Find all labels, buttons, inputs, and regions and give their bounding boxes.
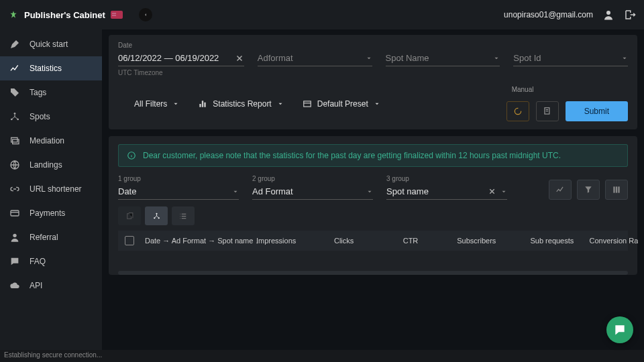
sidebar-item-label: Referral xyxy=(30,233,58,242)
sidebar-item-label: URL shortener xyxy=(30,184,82,194)
chevron-down-icon xyxy=(493,55,500,62)
chart-icon xyxy=(9,63,20,74)
chevron-down-icon xyxy=(621,55,628,62)
spotname-text: Spot Name xyxy=(386,53,429,63)
sidebar-item-mediation[interactable]: Mediation xyxy=(0,129,102,153)
th-subreq[interactable]: Sub requests xyxy=(506,237,574,245)
columns-button[interactable] xyxy=(605,180,628,200)
chevron-down-icon xyxy=(500,188,507,195)
sidebar-item-payments[interactable]: Payments xyxy=(0,201,102,225)
svg-rect-14 xyxy=(618,186,619,192)
spotname-field[interactable]: Spot Name xyxy=(386,42,500,66)
chevron-down-icon xyxy=(277,101,284,107)
preset-icon xyxy=(303,99,312,109)
sidebar-item-statistics[interactable]: Statistics xyxy=(0,56,102,80)
group3-field[interactable]: 3 group Spot name xyxy=(386,175,507,200)
sidebar-collapse-button[interactable] xyxy=(139,8,152,21)
svg-rect-10 xyxy=(545,108,549,114)
sidebar-item-label: Mediation xyxy=(30,136,64,145)
filter-columns-button[interactable] xyxy=(577,180,600,200)
th-ctr[interactable]: CTR xyxy=(364,237,418,245)
person-icon xyxy=(9,232,20,243)
list-view-button[interactable] xyxy=(172,206,195,225)
sidebar-item-label: Payments xyxy=(30,208,65,218)
notice-text: Dear customer, please note that the stat… xyxy=(143,151,561,160)
date-field[interactable]: Date 06/12/2022 — 06/19/2022 UTC Timezon… xyxy=(118,42,244,76)
tree-view-button[interactable] xyxy=(145,206,168,225)
copy-button[interactable] xyxy=(118,206,141,225)
refresh-button[interactable] xyxy=(506,101,529,121)
main: Date 06/12/2022 — 06/19/2022 UTC Timezon… xyxy=(102,29,644,350)
svg-rect-13 xyxy=(616,186,617,192)
svg-rect-9 xyxy=(303,101,311,106)
spotid-field[interactable]: Spot Id xyxy=(513,42,628,66)
brand: Publisher's Cabinet xyxy=(8,8,152,21)
sidebar-item-tags[interactable]: Tags xyxy=(0,80,102,105)
group1-label: 1 group xyxy=(118,175,239,182)
stats-report-label: Statistics Report xyxy=(213,99,271,109)
clear-group3-icon[interactable] xyxy=(487,187,496,196)
export-button[interactable] xyxy=(536,101,559,121)
group2-label: 2 group xyxy=(252,175,373,182)
date-value: 06/12/2022 — 06/19/2022 xyxy=(118,53,219,63)
chart-view-button[interactable] xyxy=(549,180,572,200)
clear-date-icon[interactable] xyxy=(235,54,244,63)
svg-point-16 xyxy=(156,213,157,214)
horizontal-scrollbar[interactable] xyxy=(118,271,628,275)
table-header: Date → Ad Format → Spot name ↓ Impressio… xyxy=(118,231,628,251)
sidebar: Quick start Statistics Tags Spots Mediat… xyxy=(0,29,102,350)
report-icon xyxy=(198,99,207,109)
group2-field[interactable]: 2 group Ad Format xyxy=(252,175,373,200)
user-email: unopiraso01@gmail.com xyxy=(504,10,593,19)
submit-button[interactable]: Submit xyxy=(566,101,628,121)
logo-icon xyxy=(8,9,19,20)
sidebar-item-quickstart[interactable]: Quick start xyxy=(0,32,102,56)
sidebar-item-referral[interactable]: Referral xyxy=(0,225,102,249)
sidebar-item-api[interactable]: API xyxy=(0,274,102,298)
chat-fab[interactable] xyxy=(606,316,633,343)
manual-label: Manual xyxy=(512,86,534,93)
default-preset-button[interactable]: Default Preset xyxy=(303,99,380,109)
logout-icon[interactable] xyxy=(624,9,636,21)
select-all-checkbox[interactable] xyxy=(125,236,134,245)
sidebar-item-faq[interactable]: FAQ xyxy=(0,249,102,274)
all-filters-button[interactable]: All Filters xyxy=(134,99,179,109)
adformat-field[interactable]: Adformat xyxy=(258,42,372,66)
default-preset-label: Default Preset xyxy=(317,99,368,109)
th-clicks[interactable]: Clicks xyxy=(307,237,354,245)
sidebar-item-urlshortener[interactable]: URL shortener xyxy=(0,177,102,201)
sidebar-item-label: Tags xyxy=(30,88,46,97)
group1-field[interactable]: 1 group Date xyxy=(118,175,239,200)
svg-rect-12 xyxy=(613,186,614,192)
th-impressions[interactable]: Impressions xyxy=(256,237,296,245)
adformat-text: Adformat xyxy=(258,53,293,63)
chevron-down-icon xyxy=(172,101,179,107)
group3-value: Spot name xyxy=(386,186,429,196)
account-icon[interactable] xyxy=(602,9,614,21)
sidebar-item-label: Landings xyxy=(30,160,62,170)
th-subscribers[interactable]: Subscribers xyxy=(429,237,496,245)
th-path[interactable]: Date → Ad Format → Spot name ↓ xyxy=(145,237,246,245)
svg-point-8 xyxy=(13,234,16,237)
sidebar-item-spots[interactable]: Spots xyxy=(0,105,102,129)
globe-icon xyxy=(9,160,20,170)
sidebar-item-label: API xyxy=(30,281,42,290)
info-icon xyxy=(127,151,136,160)
chevron-down-icon xyxy=(232,188,239,195)
chevron-down-icon xyxy=(366,55,372,62)
sidebar-item-landings[interactable]: Landings xyxy=(0,153,102,177)
status-bar: Establishing secure connection... xyxy=(0,350,644,362)
sidebar-item-label: Quick start xyxy=(30,40,68,49)
notice-banner: Dear customer, please note that the stat… xyxy=(118,144,628,167)
sidebar-item-label: Statistics xyxy=(30,64,62,73)
layers-icon xyxy=(9,135,20,146)
stats-table: Date → Ad Format → Spot name ↓ Impressio… xyxy=(118,231,628,275)
brand-title: Publisher's Cabinet xyxy=(24,10,105,20)
stats-report-button[interactable]: Statistics Report xyxy=(198,99,283,109)
date-label: Date xyxy=(118,42,244,49)
filter-panel: Date 06/12/2022 — 06/19/2022 UTC Timezon… xyxy=(109,35,637,129)
chat-bubble-icon xyxy=(613,323,627,337)
header-right: unopiraso01@gmail.com xyxy=(504,9,636,21)
th-conversion[interactable]: Conversion Ra xyxy=(584,237,638,245)
sidebar-item-label: Spots xyxy=(30,112,50,121)
